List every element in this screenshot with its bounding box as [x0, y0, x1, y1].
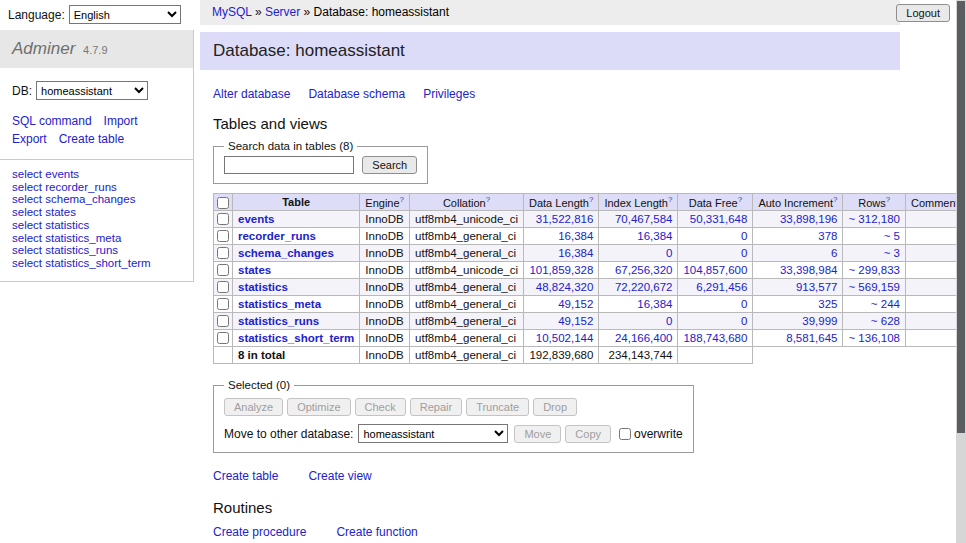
total-label-cell: 8 in total [233, 347, 360, 364]
repair-button[interactable]: Repair [410, 398, 462, 416]
table-link-events[interactable]: events [238, 213, 274, 225]
collation-cell: utf8mb4_general_ci [410, 296, 524, 313]
logout-button[interactable]: Logout [896, 4, 950, 22]
help-link[interactable]: ? [833, 195, 837, 204]
engine-cell: InnoDB [360, 211, 410, 228]
index-length-cell: 16,384 [599, 228, 678, 245]
data-length-cell: 10,502,144 [523, 330, 598, 347]
sidebar-select-schema-changes[interactable]: select schema_changes [12, 193, 181, 206]
overwrite-option: overwrite [619, 427, 683, 441]
app-name[interactable]: Adminer [12, 39, 75, 58]
help-link[interactable]: ? [738, 195, 742, 204]
engine-cell: InnoDB [360, 347, 410, 364]
help-link[interactable]: ? [486, 195, 490, 204]
sidebar-table-links: select eventsselect recorder_runsselect … [0, 160, 193, 282]
analyze-button[interactable]: Analyze [224, 398, 283, 416]
table-link-statistics[interactable]: statistics [238, 281, 288, 293]
column-header-collation: Collation? [410, 194, 524, 211]
sidebar-select-statistics-meta[interactable]: select statistics_meta [12, 232, 181, 245]
table-link-statistics-runs[interactable]: statistics_runs [238, 315, 319, 327]
table-row-statistics: statisticsInnoDButf8mb4_general_ci48,824… [214, 279, 966, 296]
collation-cell: utf8mb4_unicode_ci [410, 211, 524, 228]
link-alter-database[interactable]: Alter database [213, 87, 290, 101]
table-link-schema-changes[interactable]: schema_changes [238, 247, 334, 259]
help-link[interactable]: ? [589, 195, 593, 204]
row-checkbox[interactable] [217, 264, 229, 276]
sidebar-select-statistics-runs[interactable]: select statistics_runs [12, 244, 181, 257]
help-link[interactable]: ? [400, 195, 404, 204]
copy-button[interactable]: Copy [565, 425, 611, 443]
auto-increment-cell: 325 [753, 296, 843, 313]
overwrite-label: overwrite [634, 427, 683, 441]
scrollbar-thumb[interactable] [957, 1, 965, 433]
move-buttons: MoveCopy [514, 427, 615, 441]
rows-cell: ~ 136,108 [843, 330, 905, 347]
help-link[interactable]: ? [886, 195, 890, 204]
row-checkbox[interactable] [217, 298, 229, 310]
selected-fieldset: Selected (0) AnalyzeOptimizeCheckRepairT… [213, 379, 694, 453]
column-header-data-free: Data Free? [678, 194, 753, 211]
sidebar-select-statistics[interactable]: select statistics [12, 219, 181, 232]
move-db-select[interactable]: homeassistant [358, 424, 508, 443]
routines-heading: Routines [213, 499, 900, 516]
engine-cell: InnoDB [360, 279, 410, 296]
link-create-table[interactable]: Create table [213, 469, 278, 483]
column-header-auto-increment: Auto Increment? [753, 194, 843, 211]
sidebar-select-recorder-runs[interactable]: select recorder_runs [12, 181, 181, 194]
search-button[interactable]: Search [362, 156, 417, 174]
drop-button[interactable]: Drop [533, 398, 577, 416]
row-checkbox[interactable] [217, 213, 229, 225]
row-checkbox[interactable] [217, 247, 229, 259]
sidebar-select-statistics-short-term[interactable]: select statistics_short_term [12, 257, 181, 270]
sidebar-action-import[interactable]: Import [104, 114, 138, 128]
table-row-statistics_short_term: statistics_short_termInnoDButf8mb4_gener… [214, 330, 966, 347]
table-link-statistics-short-term[interactable]: statistics_short_term [238, 332, 354, 344]
engine-cell: InnoDB [360, 228, 410, 245]
link-create-function[interactable]: Create function [336, 525, 417, 539]
link-privileges[interactable]: Privileges [423, 87, 475, 101]
auto-increment-cell: 6 [753, 245, 843, 262]
select-all-checkbox[interactable] [217, 197, 229, 209]
auto-increment-cell: 8,581,645 [753, 330, 843, 347]
search-input[interactable] [224, 156, 354, 174]
sidebar-action-create-table[interactable]: Create table [59, 132, 124, 146]
help-link[interactable]: ? [668, 195, 672, 204]
sidebar-select-states[interactable]: select states [12, 206, 181, 219]
link-create-procedure[interactable]: Create procedure [213, 525, 306, 539]
sidebar-action-sql-command[interactable]: SQL command [12, 114, 92, 128]
language-select[interactable]: English [69, 5, 181, 24]
data-length-cell: 49,152 [523, 313, 598, 330]
table-link-recorder-runs[interactable]: recorder_runs [238, 230, 316, 242]
row-checkbox[interactable] [217, 281, 229, 293]
index-length-cell: 0 [599, 313, 678, 330]
create-links: Create tableCreate view [213, 469, 900, 483]
table-row-statistics_runs: statistics_runsInnoDButf8mb4_general_ci4… [214, 313, 966, 330]
sidebar-action-export[interactable]: Export [12, 132, 47, 146]
data-free-cell: 6,291,456 [678, 279, 753, 296]
row-checkbox[interactable] [217, 315, 229, 327]
check-button[interactable]: Check [355, 398, 406, 416]
optimize-button[interactable]: Optimize [287, 398, 350, 416]
main-content: Database: homeassistant Alter databaseDa… [200, 0, 900, 543]
scrollbar[interactable] [956, 0, 966, 543]
truncate-button[interactable]: Truncate [466, 398, 529, 416]
selected-legend: Selected (0) [224, 379, 294, 391]
table-name-cell: events [233, 211, 360, 228]
data-length-cell: 16,384 [523, 245, 598, 262]
checkbox-cell [214, 279, 233, 296]
auto-increment-cell: 378 [753, 228, 843, 245]
table-name-cell: statistics [233, 279, 360, 296]
overwrite-checkbox[interactable] [619, 428, 631, 440]
link-database-schema[interactable]: Database schema [308, 87, 405, 101]
db-select[interactable]: homeassistant [36, 81, 148, 100]
rows-cell: ~ 244 [843, 296, 905, 313]
row-checkbox[interactable] [217, 332, 229, 344]
sidebar-select-events[interactable]: select events [12, 168, 181, 181]
link-create-view[interactable]: Create view [308, 469, 371, 483]
row-checkbox[interactable] [217, 230, 229, 242]
table-link-states[interactable]: states [238, 264, 271, 276]
data-length-cell: 101,859,328 [523, 262, 598, 279]
move-button[interactable]: Move [514, 425, 561, 443]
table-link-statistics-meta[interactable]: statistics_meta [238, 298, 321, 310]
page-title: Database: homeassistant [200, 32, 900, 70]
